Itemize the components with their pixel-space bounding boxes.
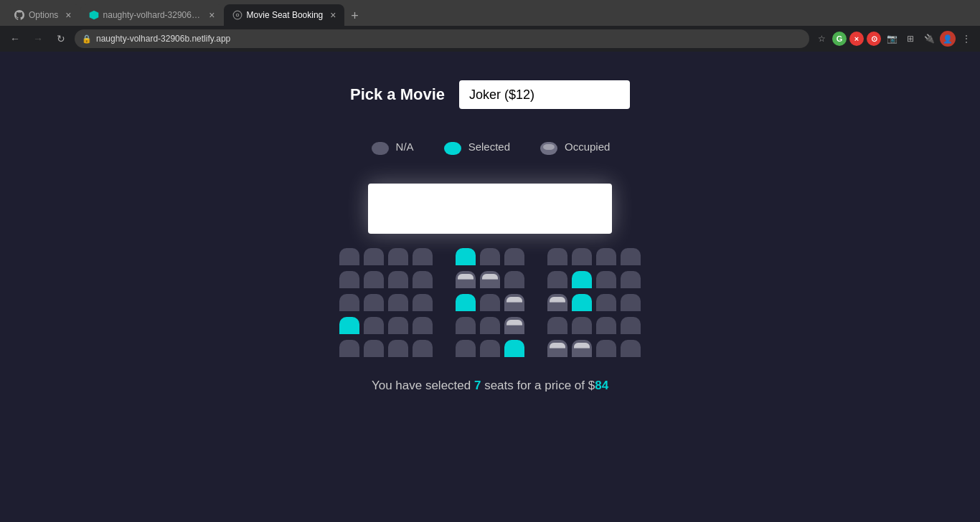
seat-0-9[interactable]: [547, 248, 567, 265]
seat-1-1[interactable]: [364, 271, 384, 288]
menu-button[interactable]: ⋮: [958, 31, 974, 47]
seat-2-11[interactable]: [596, 294, 616, 311]
legend-selected: Selected: [443, 138, 510, 155]
profile-icon[interactable]: 👤: [940, 31, 956, 47]
seat-4-1[interactable]: [364, 340, 384, 357]
seat-1-10[interactable]: [572, 271, 592, 288]
seat-2-6[interactable]: [480, 294, 500, 311]
tab-github-close[interactable]: ×: [65, 10, 71, 20]
browser-chrome: Options × naughty-volhard-32906b | Site …: [0, 0, 980, 52]
selected-seat-icon: [443, 138, 463, 155]
tab-github-label: Options: [29, 10, 58, 20]
tab-bar: Options × naughty-volhard-32906b | Site …: [0, 0, 980, 26]
github-icon: [14, 10, 24, 20]
seat-0-3[interactable]: [413, 248, 433, 265]
seat-4-7[interactable]: [504, 340, 524, 357]
netlify-icon: [89, 10, 99, 20]
total-price: 84: [595, 379, 608, 392]
svg-rect-4: [444, 142, 461, 155]
movie-picker: Pick a Movie Joker ($12) Avengers: Endga…: [350, 80, 630, 109]
ext-icon-1[interactable]: G: [832, 32, 847, 46]
seat-2-12[interactable]: [621, 294, 641, 311]
seat-2-10[interactable]: [572, 294, 592, 311]
seat-0-6[interactable]: [480, 248, 500, 265]
camera-button[interactable]: 📷: [884, 31, 900, 47]
seat-3-5[interactable]: [456, 317, 476, 334]
seat-2-1[interactable]: [364, 294, 384, 311]
seat-3-1[interactable]: [364, 317, 384, 334]
movie-picker-label: Pick a Movie: [350, 85, 445, 104]
seat-4-0[interactable]: [339, 340, 359, 357]
svg-point-2: [236, 14, 239, 16]
seat-4-6[interactable]: [480, 340, 500, 357]
address-text: naughty-volhard-32906b.netlify.app: [96, 34, 230, 44]
forward-button[interactable]: →: [29, 29, 47, 48]
address-bar[interactable]: 🔒 naughty-volhard-32906b.netlify.app: [75, 29, 809, 48]
screen-container: [368, 184, 612, 234]
back-button[interactable]: ←: [6, 29, 24, 48]
seat-0-1[interactable]: [364, 248, 384, 265]
seat-3-6[interactable]: [480, 317, 500, 334]
reload-button[interactable]: ↻: [52, 29, 70, 48]
extension-button[interactable]: 🔌: [921, 31, 937, 47]
seat-1-3[interactable]: [413, 271, 433, 288]
seat-1-2[interactable]: [388, 271, 408, 288]
new-tab-button[interactable]: +: [344, 6, 364, 26]
grid-button[interactable]: ⊞: [903, 31, 918, 47]
lock-icon: 🔒: [82, 34, 92, 44]
seat-3-3[interactable]: [413, 317, 433, 334]
seat-2-5[interactable]: [456, 294, 476, 311]
svg-rect-6: [543, 144, 555, 150]
seat-0-12[interactable]: [621, 248, 641, 265]
movie-select[interactable]: Joker ($12) Avengers: Endgame ($10) Ince…: [459, 80, 630, 109]
seat-1-0[interactable]: [339, 271, 359, 288]
tab-netlify-close[interactable]: ×: [209, 10, 215, 20]
occupied-seat-icon: [539, 138, 559, 155]
info-prefix: You have selected: [372, 379, 474, 392]
seat-3-11[interactable]: [596, 317, 616, 334]
seat-0-0[interactable]: [339, 248, 359, 265]
seat-4-2[interactable]: [388, 340, 408, 357]
ext-icon-3[interactable]: ⊙: [867, 32, 881, 46]
seat-1-11[interactable]: [596, 271, 616, 288]
seat-4-9: [547, 340, 567, 357]
seat-4-11[interactable]: [596, 340, 616, 357]
seat-4-5[interactable]: [456, 340, 476, 357]
seat-0-10[interactable]: [572, 248, 592, 265]
ext-icon-2[interactable]: ×: [849, 32, 864, 46]
seat-4-3[interactable]: [413, 340, 433, 357]
seat-1-9[interactable]: [547, 271, 567, 288]
seats-container: [339, 248, 641, 357]
tab-netlify[interactable]: naughty-volhard-32906b | Site o ×: [80, 4, 224, 26]
info-mid: seats for a price of $: [481, 379, 595, 392]
tab-movie[interactable]: Movie Seat Booking ×: [224, 4, 345, 26]
tab-movie-label: Movie Seat Booking: [247, 10, 324, 20]
seat-gap: [529, 294, 543, 311]
seat-4-12[interactable]: [621, 340, 641, 357]
seat-2-0[interactable]: [339, 294, 359, 311]
seat-2-2[interactable]: [388, 294, 408, 311]
seat-3-2[interactable]: [388, 317, 408, 334]
legend-na-label: N/A: [396, 141, 414, 153]
seat-2-3[interactable]: [413, 294, 433, 311]
seat-0-11[interactable]: [596, 248, 616, 265]
seat-gap: [529, 317, 543, 334]
seat-3-7: [504, 317, 524, 334]
seat-1-5: [456, 271, 476, 288]
nav-right-buttons: ☆ G × ⊙ 📷 ⊞ 🔌 👤 ⋮: [814, 31, 974, 47]
tab-github[interactable]: Options ×: [6, 4, 80, 26]
seat-3-0[interactable]: [339, 317, 359, 334]
nav-bar: ← → ↻ 🔒 naughty-volhard-32906b.netlify.a…: [0, 26, 980, 52]
seat-3-12[interactable]: [621, 317, 641, 334]
seat-3-10[interactable]: [572, 317, 592, 334]
seat-0-7[interactable]: [504, 248, 524, 265]
tab-movie-close[interactable]: ×: [330, 10, 336, 20]
seat-1-7[interactable]: [504, 271, 524, 288]
seat-1-12[interactable]: [621, 271, 641, 288]
seat-3-9[interactable]: [547, 317, 567, 334]
seat-row-2: [339, 294, 641, 311]
star-button[interactable]: ☆: [814, 31, 829, 47]
svg-point-1: [233, 11, 242, 19]
seat-0-5[interactable]: [456, 248, 476, 265]
seat-0-2[interactable]: [388, 248, 408, 265]
